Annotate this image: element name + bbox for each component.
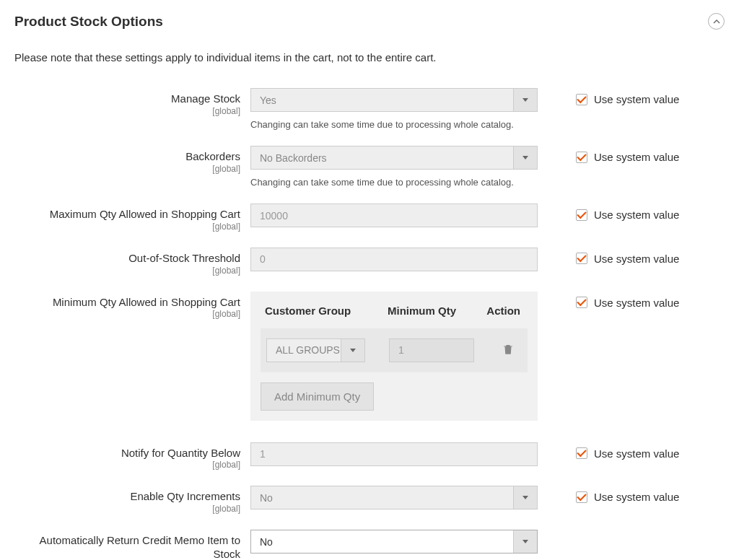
max-qty-label: Maximum Qty Allowed in Shopping Cart bbox=[14, 208, 240, 222]
enable-increments-system-checkbox[interactable] bbox=[576, 491, 587, 503]
scope-label: [global] bbox=[14, 164, 240, 174]
scope-label: [global] bbox=[14, 309, 240, 319]
min-qty-col-qty: Minimum Qty bbox=[388, 305, 481, 317]
use-system-label: Use system value bbox=[594, 209, 679, 221]
manage-stock-system-checkbox[interactable] bbox=[576, 94, 587, 105]
enable-increments-label: Enable Qty Increments bbox=[14, 490, 240, 504]
enable-increments-select[interactable]: No bbox=[250, 486, 538, 509]
min-qty-row: ALL GROUPS 1 bbox=[261, 328, 528, 372]
min-qty-col-action: Action bbox=[481, 305, 523, 317]
notify-below-input[interactable]: 1 bbox=[250, 442, 538, 466]
manage-stock-helper: Changing can take some time due to proce… bbox=[250, 119, 538, 130]
use-system-label: Use system value bbox=[594, 253, 679, 265]
oos-threshold-input[interactable]: 0 bbox=[250, 248, 538, 271]
min-qty-label: Minimum Qty Allowed in Shopping Cart bbox=[14, 296, 240, 310]
auto-return-value: No bbox=[251, 536, 513, 548]
use-system-label: Use system value bbox=[594, 93, 679, 105]
add-minimum-qty-button[interactable]: Add Minimum Qty bbox=[261, 382, 374, 411]
oos-threshold-system-checkbox[interactable] bbox=[576, 253, 587, 264]
max-qty-input[interactable]: 10000 bbox=[250, 204, 538, 227]
scope-label: [global] bbox=[14, 504, 240, 514]
backorders-helper: Changing can take some time due to proce… bbox=[250, 177, 538, 188]
manage-stock-label: Manage Stock bbox=[14, 92, 240, 106]
scope-label: [global] bbox=[14, 222, 240, 232]
enable-increments-value: No bbox=[251, 492, 513, 504]
min-qty-group-value: ALL GROUPS bbox=[267, 344, 341, 356]
use-system-label: Use system value bbox=[594, 447, 679, 460]
use-system-label: Use system value bbox=[594, 491, 679, 503]
chevron-down-icon bbox=[513, 486, 537, 509]
backorders-system-checkbox[interactable] bbox=[576, 152, 587, 163]
section-note: Please note that these settings apply to… bbox=[14, 51, 725, 64]
chevron-down-icon bbox=[341, 339, 364, 362]
notify-below-system-checkbox[interactable] bbox=[576, 447, 587, 459]
scope-label: [global] bbox=[14, 106, 240, 116]
notify-below-label: Notify for Quantity Below bbox=[14, 447, 240, 460]
trash-icon bbox=[502, 343, 515, 356]
oos-threshold-label: Out-of-Stock Threshold bbox=[14, 252, 240, 266]
delete-row-button[interactable] bbox=[502, 343, 515, 358]
chevron-up-icon bbox=[713, 18, 720, 25]
use-system-label: Use system value bbox=[594, 297, 679, 309]
chevron-down-icon bbox=[513, 530, 537, 553]
max-qty-system-checkbox[interactable] bbox=[576, 209, 587, 221]
scope-label: [global] bbox=[14, 460, 240, 470]
min-qty-table: Customer Group Minimum Qty Action ALL GR… bbox=[250, 292, 538, 421]
backorders-value: No Backorders bbox=[251, 152, 513, 164]
auto-return-select[interactable]: No bbox=[250, 530, 538, 554]
min-qty-value-input[interactable]: 1 bbox=[389, 338, 474, 362]
min-qty-col-group: Customer Group bbox=[265, 305, 388, 317]
min-qty-system-checkbox[interactable] bbox=[576, 297, 587, 308]
chevron-down-icon bbox=[513, 89, 537, 111]
manage-stock-value: Yes bbox=[251, 95, 513, 106]
auto-return-label: Automatically Return Credit Memo Item to… bbox=[14, 534, 240, 560]
collapse-toggle[interactable] bbox=[708, 13, 725, 30]
scope-label: [global] bbox=[14, 266, 240, 276]
backorders-select[interactable]: No Backorders bbox=[250, 146, 538, 170]
use-system-label: Use system value bbox=[594, 151, 679, 163]
chevron-down-icon bbox=[513, 146, 537, 169]
backorders-label: Backorders bbox=[14, 150, 240, 164]
min-qty-group-select[interactable]: ALL GROUPS bbox=[266, 338, 365, 362]
manage-stock-select[interactable]: Yes bbox=[250, 88, 538, 112]
section-title: Product Stock Options bbox=[14, 14, 163, 30]
